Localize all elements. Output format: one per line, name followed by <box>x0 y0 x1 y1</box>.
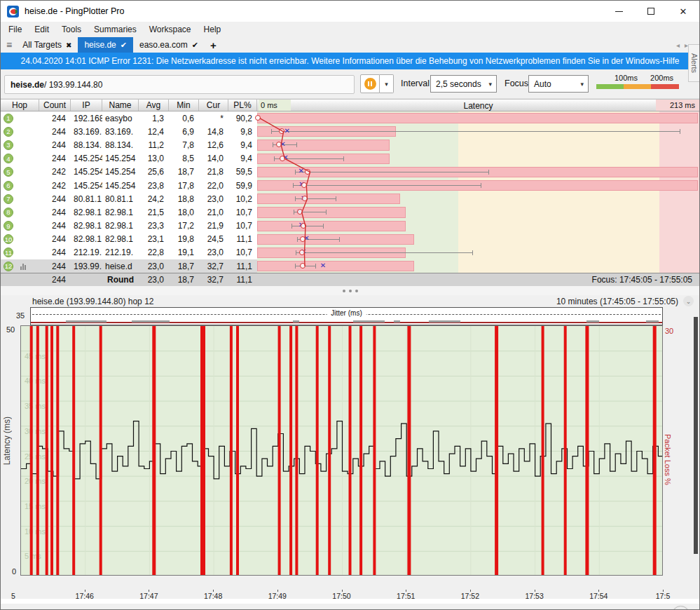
menu-help[interactable]: Help <box>198 25 228 34</box>
min-max-whisker <box>271 131 680 132</box>
table-row-hop-5[interactable]: 5242145.254145.25425,618,721,859,5✕ <box>1 165 699 179</box>
cell: 24,2 <box>139 192 169 205</box>
svg-text:40 ms: 40 ms <box>25 377 46 386</box>
maximize-button[interactable] <box>635 1 667 22</box>
tab-all-targets[interactable]: All Targets ✖ <box>16 37 78 53</box>
scale-warn-segment <box>624 84 651 89</box>
cell: 17,8 <box>169 179 199 192</box>
table-row-hop-10[interactable]: 1024482.98.182.98.123,119,824,511,1✕ <box>1 233 699 246</box>
menu-workspace[interactable]: Workspace <box>143 25 198 34</box>
table-row-hop-1[interactable]: 1244192.168easybo1,30,6*90,2 <box>1 111 699 125</box>
column-header-min[interactable]: Min <box>169 100 199 111</box>
pause-button[interactable] <box>360 74 380 93</box>
timeline-chart[interactable]: 5 ms10 ms15 ms20 ms25 ms30 ms35 ms40 ms4… <box>20 325 663 576</box>
cell: 11,1 <box>228 259 257 273</box>
menu-summaries[interactable]: Summaries <box>88 25 143 34</box>
alerts-side-tab[interactable]: Alerts <box>688 44 699 82</box>
cell: 21,5 <box>139 205 169 219</box>
jitter-title: Jitter (ms) <box>327 309 366 317</box>
table-row-hop-11[interactable]: 11244212.19.212.19.22,819,123,010,7✕ <box>1 246 699 259</box>
menu-tools[interactable]: Tools <box>55 25 88 34</box>
hop-number-badge: 5 <box>4 167 13 177</box>
column-header-hop[interactable]: Hop <box>1 100 39 111</box>
column-header-pl[interactable]: PL% <box>228 100 257 111</box>
vertical-scrollbar[interactable] <box>694 317 698 554</box>
table-row-hop-7[interactable]: 724480.81.180.81.124,218,823,010,2✕ <box>1 192 699 205</box>
cell: 6,9 <box>169 125 199 138</box>
cell: 145.254 <box>102 179 139 192</box>
tab-easo[interactable]: easo.ea.com ✔ <box>133 37 205 53</box>
timeline-range[interactable]: 10 minutes (17:45:05 - 17:55:05) <box>556 297 678 306</box>
cell: 14,8 <box>199 125 228 138</box>
hop-latency-row <box>257 111 699 125</box>
scrollbar-thumb[interactable] <box>672 606 689 610</box>
menu-edit[interactable]: Edit <box>28 25 55 34</box>
table-row-hop-2[interactable]: 224483.169.83.169.12,46,914,89,8✕ <box>1 125 699 138</box>
minimize-button[interactable] <box>603 1 635 22</box>
loss-bar <box>257 221 406 231</box>
cell: 1,3 <box>139 111 169 125</box>
timeline-panel: heise.de (193.99.144.80) hop 12 10 minut… <box>1 295 699 599</box>
column-header-count[interactable]: Count <box>39 100 71 111</box>
cell: 10,7 <box>228 205 257 219</box>
jitter-band-segment <box>293 320 299 323</box>
cell: 212.19. <box>71 246 102 259</box>
hop-number-badge: 11 <box>4 248 13 257</box>
pause-dropdown-button[interactable]: ▾ <box>380 74 394 93</box>
cell: 13,0 <box>139 152 169 165</box>
timeline-scrollbar <box>1 604 700 610</box>
cell: 80.81.1 <box>71 192 102 205</box>
tab-scroll-left-icon[interactable]: ◂ <box>676 41 680 49</box>
app-icon <box>7 6 19 18</box>
table-row-hop-4[interactable]: 4244145.254145.25413,08,514,09,4✕ <box>1 152 699 165</box>
target-input[interactable]: heise.de / 193.99.144.80 <box>4 75 355 94</box>
cell: 18,7 <box>169 165 199 179</box>
time-tick-label: 17:54 <box>589 592 608 600</box>
cell: 24,5 <box>199 233 228 246</box>
column-header-cur[interactable]: Cur <box>199 100 228 111</box>
cell: 11,1 <box>228 233 257 246</box>
cell: 244 <box>39 125 71 138</box>
average-latency-marker <box>279 128 284 134</box>
y-axis-label: Latency (ms) <box>2 416 12 465</box>
focus-select[interactable]: Auto ▾ <box>528 75 589 93</box>
title-bar: heise.de - PingPlotter Pro ✕ <box>1 1 699 22</box>
column-header-avg[interactable]: Avg <box>139 100 169 111</box>
table-row-hop-3[interactable]: 324488.134.88.134.11,27,812,69,4✕ <box>1 138 699 151</box>
cell: 244 <box>39 259 71 273</box>
hop-latency-row: ✕ <box>257 165 699 179</box>
menu-bar: File Edit Tools Summaries Workspace Help <box>1 22 699 37</box>
column-header-name[interactable]: Name <box>102 100 139 111</box>
hop-number-badge: 12 <box>4 262 13 271</box>
cell: 9,4 <box>228 138 257 151</box>
footer-cell: 244 <box>39 273 71 286</box>
hop-number-badge: 8 <box>4 208 13 217</box>
average-latency-marker <box>255 115 261 121</box>
alert-banner[interactable]: 24.04.2020 14:01 ICMP Error 1231: Die Ne… <box>1 53 699 69</box>
close-button[interactable]: ✕ <box>667 1 699 22</box>
table-row-hop-12[interactable]: 12244193.99.heise.d23,018,732,711,1✕ <box>1 259 699 273</box>
cell: 244 <box>39 152 71 165</box>
panel-splitter[interactable] <box>1 286 699 295</box>
new-tab-button[interactable]: + <box>205 39 222 51</box>
tab-close-icon[interactable]: ✖ <box>66 41 71 49</box>
menu-file[interactable]: File <box>2 25 28 34</box>
cell: * <box>199 111 228 125</box>
table-row-hop-6[interactable]: 6242145.254145.25423,817,822,059,9✕ <box>1 179 699 192</box>
hop-number-badge: 1 <box>4 114 13 123</box>
hamburger-icon[interactable]: ≡ <box>1 39 16 50</box>
svg-text:15 ms: 15 ms <box>25 502 46 510</box>
table-row-hop-9[interactable]: 924482.98.182.98.123,317,221,910,7✕ <box>1 219 699 233</box>
tab-heise-active[interactable]: heise.de ✔ <box>78 37 133 53</box>
table-row-hop-8[interactable]: 824482.98.182.98.121,518,021,010,7✕ <box>1 205 699 219</box>
collapse-chevron-icon[interactable]: ⌄ <box>683 296 694 306</box>
column-header-ip[interactable]: IP <box>71 100 102 111</box>
maximize-icon <box>647 8 654 15</box>
cell: 19,1 <box>169 246 199 259</box>
interval-select[interactable]: 2,5 seconds ▾ <box>430 75 497 93</box>
hop-latency-row: ✕ <box>257 246 699 259</box>
cell: 80.81.1 <box>102 192 139 205</box>
cell: 145.254 <box>71 165 102 179</box>
footer-cell: 18,7 <box>169 273 199 286</box>
jitter-band-segment <box>353 320 385 323</box>
